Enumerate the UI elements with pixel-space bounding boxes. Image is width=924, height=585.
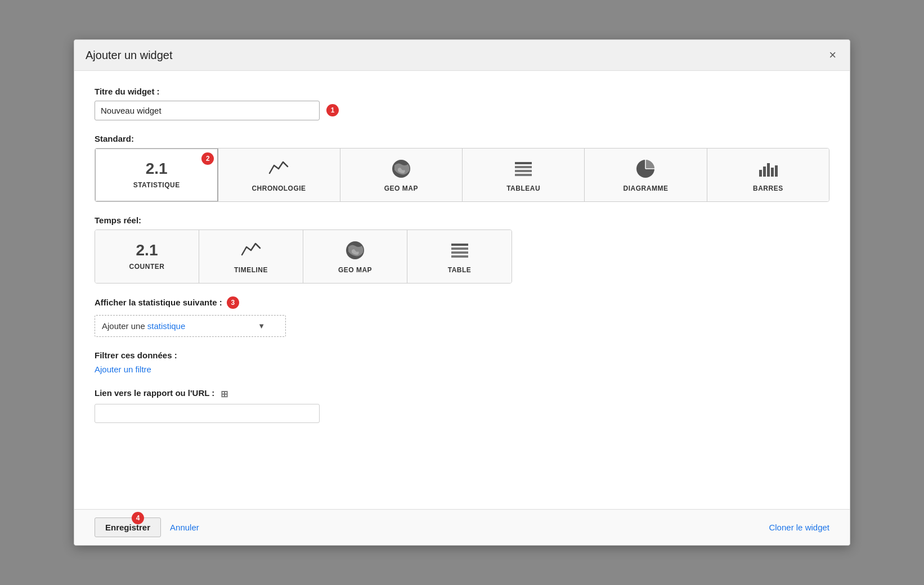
svg-rect-2 [515, 166, 532, 168]
tableau-icon [512, 158, 535, 180]
svg-rect-11 [771, 168, 774, 177]
type-statistique[interactable]: 2 2.1 STATISTIQUE [95, 148, 218, 202]
svg-rect-8 [759, 170, 762, 177]
svg-rect-15 [451, 248, 468, 250]
url-label: Lien vers le rapport ou l'URL : ⊞ [95, 388, 829, 399]
add-filter-link[interactable]: Ajouter un filtre [95, 364, 151, 374]
stat-number: 2.1 [146, 161, 168, 177]
svg-rect-4 [515, 174, 532, 176]
url-section: Lien vers le rapport ou l'URL : ⊞ [95, 388, 829, 423]
dialog-title: Ajouter un widget [86, 49, 173, 62]
svg-rect-17 [451, 255, 468, 258]
clone-button[interactable]: Cloner le widget [769, 523, 829, 532]
type-table[interactable]: TABLE [407, 230, 512, 283]
geomap-icon-std [390, 158, 412, 180]
barres-label: BARRES [753, 184, 783, 192]
stat-section-label: Afficher la statistique suivante : 3 [95, 297, 829, 309]
table-rt-label: TABLE [448, 266, 472, 274]
step-badge-4: 4 [132, 512, 144, 524]
timeline-rt-label: TIMELINE [234, 266, 268, 274]
diagramme-label: DIAGRAMME [624, 184, 669, 192]
save-btn-wrapper: 4 Enregistrer [95, 518, 161, 537]
cancel-button[interactable]: Annuler [170, 523, 199, 532]
stat-dropdown-display[interactable]: Ajouter une statistique ▼ [95, 315, 286, 337]
timeline-icon [267, 158, 290, 180]
geomap-rt-icon [344, 239, 366, 262]
realtime-label: Temps réel: [95, 215, 829, 225]
svg-rect-14 [451, 244, 468, 246]
svg-rect-10 [767, 163, 770, 177]
timeline-rt-icon [240, 239, 262, 262]
svg-rect-12 [775, 165, 778, 177]
footer-left: 4 Enregistrer Annuler [95, 518, 199, 537]
save-button[interactable]: Enregistrer [95, 518, 161, 537]
barres-icon [757, 158, 779, 180]
svg-rect-16 [451, 251, 468, 254]
widget-title-input[interactable] [95, 101, 320, 120]
realtime-section: Temps réel: 2.1 COUNTER TIMELINE [95, 215, 829, 284]
stat-section: Afficher la statistique suivante : 3 Ajo… [95, 297, 829, 337]
add-widget-dialog: Ajouter un widget × Titre du widget : 1 … [74, 39, 850, 546]
type-timeline[interactable]: TIMELINE [199, 230, 303, 283]
type-diagramme[interactable]: DIAGRAMME [585, 148, 707, 201]
tableau-label: TABLEAU [506, 184, 540, 192]
geomap-rt-label: GEO MAP [338, 266, 372, 274]
step-badge-1: 1 [326, 104, 339, 116]
type-geomap-rt[interactable]: GEO MAP [303, 230, 407, 283]
type-counter[interactable]: 2.1 COUNTER [95, 230, 199, 283]
dialog-header: Ajouter un widget × [74, 40, 850, 71]
stat-label-text: STATISTIQUE [133, 181, 180, 189]
type-geomap-std[interactable]: GEO MAP [340, 148, 463, 201]
report-icon: ⊞ [221, 389, 228, 399]
filter-section: Filtrer ces données : Ajouter un filtre [95, 350, 829, 375]
counter-number: 2.1 [136, 242, 158, 258]
standard-label: Standard: [95, 134, 829, 143]
filter-label: Filtrer ces données : [95, 350, 829, 360]
close-button[interactable]: × [827, 48, 838, 62]
realtime-type-grid: 2.1 COUNTER TIMELINE [95, 230, 512, 284]
type-barres[interactable]: BARRES [707, 148, 829, 201]
diagramme-icon [634, 158, 657, 180]
standard-type-grid: 2 2.1 STATISTIQUE CHRONOLOGIE [95, 148, 829, 202]
svg-rect-3 [515, 170, 532, 172]
dialog-body: Titre du widget : 1 Standard: 2 2.1 STAT… [74, 71, 850, 509]
svg-rect-9 [763, 166, 766, 177]
geomap-std-label: GEO MAP [384, 184, 418, 192]
svg-rect-1 [515, 162, 532, 164]
chrono-label: CHRONOLOGIE [252, 184, 306, 192]
step-badge-3: 3 [227, 296, 239, 309]
step-badge-2: 2 [201, 152, 214, 165]
stat-select-wrapper: Ajouter une statistique ▼ [95, 315, 286, 337]
table-rt-icon [448, 239, 471, 262]
widget-title-section: Titre du widget : 1 [95, 87, 829, 120]
dialog-footer: 4 Enregistrer Annuler Cloner le widget [74, 509, 850, 545]
type-tableau[interactable]: TABLEAU [463, 148, 585, 201]
url-input[interactable] [95, 404, 320, 423]
counter-label: COUNTER [129, 263, 165, 271]
type-chronologie[interactable]: CHRONOLOGIE [218, 148, 340, 201]
standard-section: Standard: 2 2.1 STATISTIQUE CHRONOLOGIE [95, 134, 829, 202]
widget-title-label: Titre du widget : [95, 87, 829, 96]
